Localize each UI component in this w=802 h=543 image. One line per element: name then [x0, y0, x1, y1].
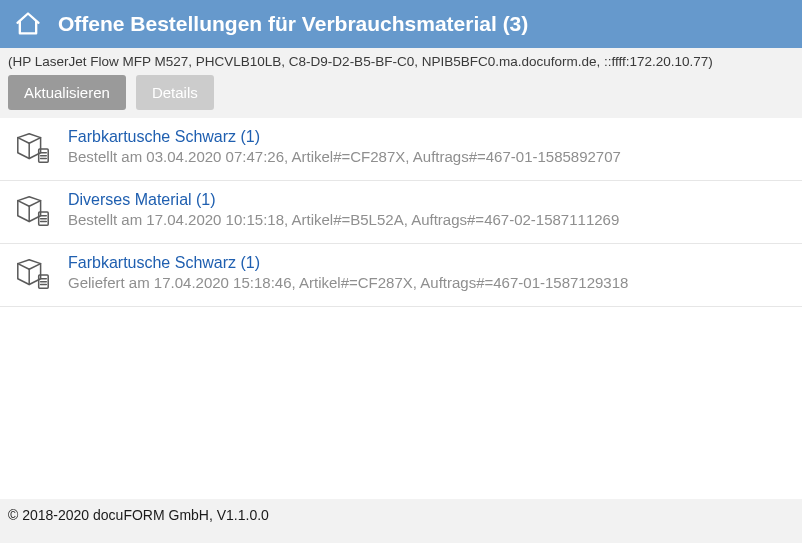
order-subtitle: Bestellt am 17.04.2020 10:15:18, Artikel… — [68, 211, 788, 228]
package-icon — [14, 191, 54, 231]
order-title: Farbkartusche Schwarz (1) — [68, 254, 788, 272]
list-item[interactable]: Diverses Material (1) Bestellt am 17.04.… — [0, 181, 802, 244]
device-info: (HP LaserJet Flow MFP M527, PHCVLB10LB, … — [0, 48, 802, 73]
refresh-button[interactable]: Aktualisieren — [8, 75, 126, 110]
order-title: Farbkartusche Schwarz (1) — [68, 128, 788, 146]
copyright-text: © 2018-2020 docuFORM GmbH, V1.1.0.0 — [8, 507, 269, 523]
home-icon[interactable] — [14, 10, 42, 38]
app-header: Offene Bestellungen für Verbrauchsmateri… — [0, 0, 802, 48]
order-list: Farbkartusche Schwarz (1) Bestellt am 03… — [0, 118, 802, 307]
page-title: Offene Bestellungen für Verbrauchsmateri… — [58, 12, 528, 36]
details-button: Details — [136, 75, 214, 110]
package-icon — [14, 128, 54, 168]
footer: © 2018-2020 docuFORM GmbH, V1.1.0.0 — [0, 499, 802, 543]
list-item[interactable]: Farbkartusche Schwarz (1) Bestellt am 03… — [0, 118, 802, 181]
toolbar: Aktualisieren Details — [0, 73, 802, 118]
list-item[interactable]: Farbkartusche Schwarz (1) Geliefert am 1… — [0, 244, 802, 307]
order-title: Diverses Material (1) — [68, 191, 788, 209]
package-icon — [14, 254, 54, 294]
order-subtitle: Bestellt am 03.04.2020 07:47:26, Artikel… — [68, 148, 788, 165]
order-subtitle: Geliefert am 17.04.2020 15:18:46, Artike… — [68, 274, 788, 291]
